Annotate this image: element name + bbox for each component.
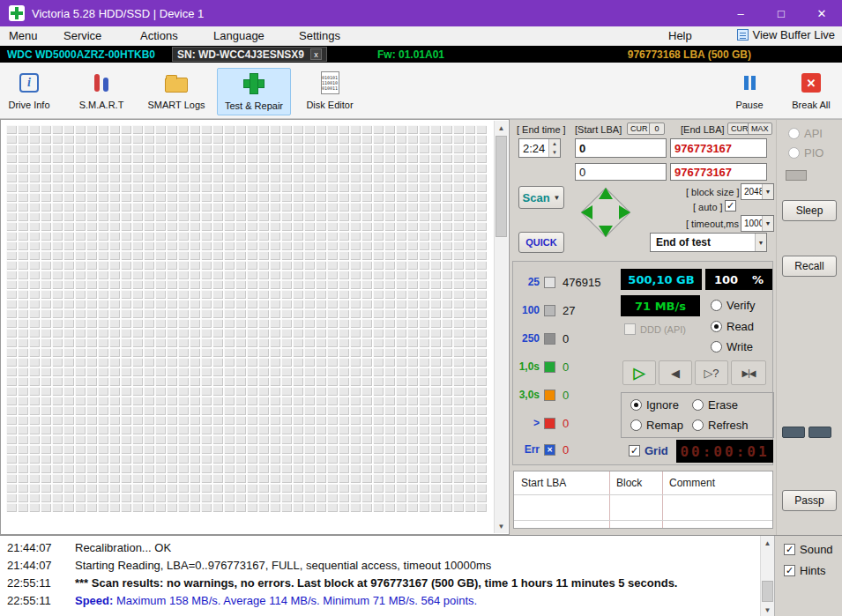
scan-button[interactable]: Scan ▼	[518, 186, 564, 209]
grid-option[interactable]: Grid	[629, 444, 668, 457]
scroll-down-icon[interactable]: ▼	[761, 603, 774, 616]
block-size-combo[interactable]: 2048 ▼	[741, 183, 774, 200]
view-buffer-live[interactable]: View Buffer Live	[737, 28, 835, 41]
ignore-radio[interactable]	[630, 399, 642, 411]
minimize-button[interactable]: –	[720, 0, 761, 26]
mini-indicator-left[interactable]	[782, 427, 805, 438]
remaining-lba-field[interactable]: 976773167	[670, 163, 767, 181]
start-lba-zero-button[interactable]: 0	[649, 122, 665, 135]
break-all-button[interactable]: ✕ Break All	[785, 68, 838, 115]
scan-block	[419, 406, 429, 415]
erase-option[interactable]: Erase	[692, 398, 738, 412]
quick-button[interactable]: QUICK	[518, 232, 564, 253]
menu-item-settings[interactable]: Settings	[295, 28, 344, 43]
scan-block	[201, 203, 212, 212]
write-radio[interactable]	[711, 341, 722, 353]
serial-close-icon[interactable]: x	[310, 48, 322, 60]
dpad-left-icon[interactable]	[581, 205, 592, 219]
scan-grid[interactable]	[3, 122, 492, 532]
pio-radio[interactable]	[788, 147, 800, 159]
timeout-combo[interactable]: 10000 ▼	[741, 215, 774, 232]
scan-scroll-thumb[interactable]	[496, 136, 507, 237]
menu-item-menu[interactable]: Menu	[5, 28, 41, 43]
hints-option[interactable]: Hints	[784, 564, 826, 577]
scan-block	[465, 135, 475, 144]
scan-block	[98, 271, 108, 279]
hints-checkbox[interactable]	[784, 565, 795, 576]
auto-checkbox[interactable]	[725, 200, 736, 212]
scroll-down-icon[interactable]: ▼	[495, 519, 508, 533]
dpad-right-icon[interactable]	[619, 205, 630, 219]
remap-radio[interactable]	[630, 419, 642, 431]
step-back-button[interactable]: ◀	[659, 360, 692, 385]
current-lba-field[interactable]: 0	[575, 163, 667, 181]
seek-defect-button[interactable]: ▷?	[695, 360, 728, 385]
scan-block	[453, 164, 464, 173]
end-lba-max-button[interactable]: MAX	[748, 122, 772, 135]
end-of-test-dropdown-icon[interactable]: ▼	[755, 234, 766, 251]
mini-indicator-right[interactable]	[808, 427, 831, 438]
scroll-up-icon[interactable]: ▲	[495, 121, 508, 135]
verify-radio[interactable]	[711, 300, 722, 311]
refresh-radio[interactable]	[692, 419, 704, 431]
recall-button[interactable]: Recall	[782, 256, 837, 277]
scroll-up-icon[interactable]: ▲	[761, 536, 774, 550]
menu-item-language[interactable]: Language	[210, 28, 268, 43]
start-lba-cur-button[interactable]: CUR	[627, 122, 652, 135]
refresh-option[interactable]: Refresh	[692, 419, 749, 432]
scan-block	[453, 494, 464, 502]
ddd-api-checkbox[interactable]	[624, 323, 636, 335]
navigation-pad[interactable]	[577, 184, 634, 241]
sound-option[interactable]: Sound	[784, 543, 833, 556]
end-of-test-combo[interactable]: End of test ▼	[650, 233, 767, 252]
dpad-down-icon[interactable]	[599, 226, 613, 237]
scan-block	[132, 435, 143, 444]
scan-block	[63, 348, 74, 357]
scan-block	[75, 261, 86, 270]
spinner-down-icon[interactable]: ▼	[549, 148, 560, 157]
timeout-dropdown-icon[interactable]: ▼	[762, 216, 773, 231]
scan-block	[396, 193, 406, 202]
sound-checkbox[interactable]	[784, 544, 795, 555]
verify-option[interactable]: Verify	[711, 299, 756, 312]
read-option[interactable]: Read	[711, 320, 754, 333]
sleep-button[interactable]: Sleep	[782, 200, 837, 221]
log-scrollbar[interactable]: ▲ ▼	[760, 536, 774, 616]
smart-logs-button[interactable]: SMART Logs	[141, 68, 212, 115]
pause-button[interactable]: Pause	[725, 68, 774, 115]
scan-block	[63, 464, 74, 473]
scan-block	[339, 484, 349, 493]
close-button[interactable]: ✕	[801, 0, 842, 26]
api-option[interactable]: API	[788, 127, 823, 140]
api-radio[interactable]	[788, 128, 800, 139]
drive-info-button[interactable]: i Drive Info	[2, 68, 56, 115]
maximize-button[interactable]: □	[761, 0, 801, 26]
dpad-up-icon[interactable]	[599, 188, 613, 199]
write-option[interactable]: Write	[711, 340, 753, 353]
grid-checkbox[interactable]	[629, 445, 640, 456]
ddd-api-option[interactable]: DDD (API)	[624, 323, 686, 335]
block-size-dropdown-icon[interactable]: ▼	[762, 184, 773, 199]
start-lba-input[interactable]: 0	[575, 138, 667, 158]
remap-option[interactable]: Remap	[630, 419, 683, 432]
test-repair-button[interactable]: Test & Repair	[217, 68, 291, 115]
scan-block	[453, 261, 464, 270]
log-scroll-thumb[interactable]	[762, 581, 773, 602]
erase-radio[interactable]	[692, 399, 704, 411]
menu-item-help[interactable]: Help	[665, 28, 696, 43]
disk-editor-button[interactable]: 010101 110010 010011 Disk Editor	[302, 68, 358, 115]
menu-item-actions[interactable]: Actions	[137, 28, 182, 43]
ignore-option[interactable]: Ignore	[630, 398, 679, 412]
smart-button[interactable]: S.M.A.R.T	[72, 68, 130, 115]
jump-end-button[interactable]: ▶|◀	[731, 360, 766, 385]
scan-scrollbar[interactable]: ▲ ▼	[494, 121, 508, 533]
menu-item-service[interactable]: Service	[60, 28, 105, 43]
read-radio[interactable]	[711, 321, 722, 332]
end-time-spinner[interactable]: 2:24 ▲ ▼	[518, 138, 561, 158]
passp-button[interactable]: Passp	[782, 490, 837, 511]
end-lba-input[interactable]: 976773167	[670, 138, 767, 158]
start-test-button[interactable]: ▷	[622, 360, 656, 385]
pio-option[interactable]: PIO	[788, 146, 823, 160]
serial-tab[interactable]: SN: WD-WCC4J3ESNSX9 x	[172, 47, 327, 62]
spinner-up-icon[interactable]: ▲	[549, 139, 560, 148]
